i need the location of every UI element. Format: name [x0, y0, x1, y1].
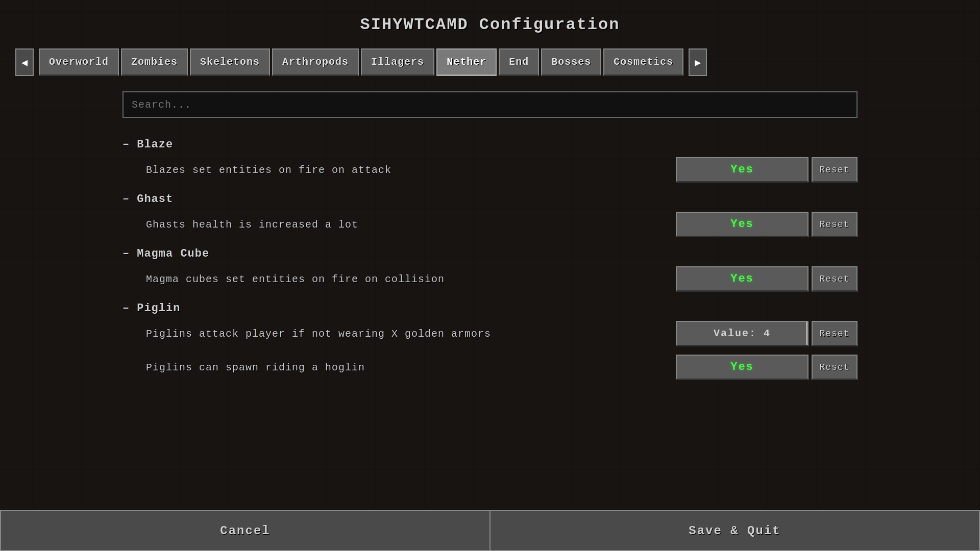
config-row-piglin-hoglin: Piglins can spawn riding a hoglin Yes Re…: [122, 352, 857, 383]
tab-end[interactable]: End: [499, 48, 539, 76]
config-controls-piglin-hoglin: Yes Reset: [676, 355, 857, 380]
collapse-piglin[interactable]: –: [122, 302, 130, 315]
tab-overworld[interactable]: Overworld: [39, 48, 119, 76]
save-quit-button[interactable]: Save & Quit: [490, 510, 980, 551]
content-area: – Blaze Blazes set entities on fire on a…: [122, 91, 857, 385]
tab-zombies[interactable]: Zombies: [121, 48, 188, 76]
tab-bosses[interactable]: Bosses: [541, 48, 601, 76]
tab-bar: ◀ Overworld Zombies Skeletons Arthropods…: [0, 48, 980, 76]
config-controls-magma-fire: Yes Reset: [676, 266, 857, 292]
section-ghast-header: – Ghast: [122, 188, 857, 209]
btn-reset-ghast-health[interactable]: Reset: [812, 212, 857, 237]
btn-value-blaze-fire[interactable]: Yes: [676, 157, 808, 183]
btn-value-piglin-hoglin[interactable]: Yes: [676, 355, 808, 380]
tab-arrow-right[interactable]: ▶: [689, 48, 707, 76]
config-label-magma-fire: Magma cubes set entities on fire on coll…: [146, 273, 676, 285]
config-label-blaze-fire: Blazes set entities on fire on attack: [146, 164, 676, 176]
btn-reset-piglin-hoglin[interactable]: Reset: [812, 355, 857, 380]
config-row-blaze-fire: Blazes set entities on fire on attack Ye…: [122, 154, 857, 186]
tab-cosmetics[interactable]: Cosmetics: [603, 48, 683, 76]
tab-illagers[interactable]: Illagers: [361, 48, 434, 76]
btn-reset-blaze-fire[interactable]: Reset: [812, 157, 857, 183]
btn-value-piglin-armor[interactable]: Value: 4: [676, 321, 808, 346]
config-label-piglin-hoglin: Piglins can spawn riding a hoglin: [146, 362, 676, 373]
section-piglin-label: Piglin: [137, 302, 180, 315]
section-magma-label: Magma Cube: [137, 247, 209, 260]
collapse-ghast[interactable]: –: [122, 193, 130, 206]
config-label-ghast-health: Ghasts health is increased a lot: [146, 219, 676, 231]
tab-skeletons[interactable]: Skeletons: [190, 48, 270, 76]
bottom-bar: Cancel Save & Quit: [0, 510, 980, 551]
search-input[interactable]: [122, 91, 857, 118]
section-ghast-label: Ghast: [137, 193, 173, 206]
section-blaze-label: Blaze: [137, 138, 173, 151]
config-label-piglin-armor: Piglins attack player if not wearing X g…: [146, 328, 676, 340]
collapse-magma[interactable]: –: [122, 247, 130, 260]
config-controls-blaze-fire: Yes Reset: [676, 157, 857, 183]
config-controls-ghast-health: Yes Reset: [676, 212, 857, 237]
page-wrapper: SIHYWTCAMD Configuration ◀ Overworld Zom…: [0, 0, 980, 551]
config-row-piglin-armor: Piglins attack player if not wearing X g…: [122, 318, 857, 349]
btn-value-magma-fire[interactable]: Yes: [676, 266, 808, 292]
config-controls-piglin-armor: Value: 4 Reset: [676, 321, 857, 346]
tab-arthropods[interactable]: Arthropods: [272, 48, 359, 76]
btn-reset-piglin-armor[interactable]: Reset: [812, 321, 857, 346]
section-blaze-header: – Blaze: [122, 133, 857, 154]
search-bar: [122, 91, 857, 118]
config-row-magma-fire: Magma cubes set entities on fire on coll…: [122, 263, 857, 295]
section-magma-header: – Magma Cube: [122, 242, 857, 263]
config-row-ghast-health: Ghasts health is increased a lot Yes Res…: [122, 209, 857, 240]
collapse-blaze[interactable]: –: [122, 138, 130, 151]
section-piglin-header: – Piglin: [122, 297, 857, 318]
tab-arrow-left[interactable]: ◀: [15, 48, 34, 76]
tab-nether[interactable]: Nether: [436, 48, 497, 76]
btn-reset-magma-fire[interactable]: Reset: [812, 266, 857, 292]
cancel-button[interactable]: Cancel: [0, 510, 490, 551]
btn-value-ghast-health[interactable]: Yes: [676, 212, 808, 237]
page-title: SIHYWTCAMD Configuration: [360, 15, 620, 34]
